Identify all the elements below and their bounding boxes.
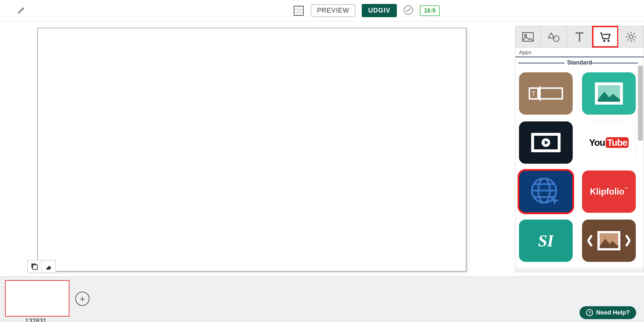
klipfolio-logo: Klipfolio™ xyxy=(590,187,628,197)
panel-section-standard: Standard xyxy=(515,57,644,68)
shapes-icon xyxy=(548,32,560,42)
eraser-icon xyxy=(44,263,53,270)
picture-icon xyxy=(594,82,624,105)
svg-point-6 xyxy=(553,36,559,42)
slide-id-label: 132831 xyxy=(25,317,47,322)
erase-button[interactable] xyxy=(42,260,56,273)
globe-cursor-icon xyxy=(530,176,562,207)
top-center-controls: PREVIEW UDGIV 16:9 xyxy=(293,4,440,17)
add-slide-button[interactable] xyxy=(75,292,90,306)
canvas-mini-toolbar xyxy=(27,260,56,273)
svg-point-8 xyxy=(607,40,610,42)
svg-point-1 xyxy=(404,6,413,14)
carousel-icon xyxy=(587,228,630,253)
publish-button[interactable]: UDGIV xyxy=(362,4,397,17)
slide-thumbnail-1[interactable] xyxy=(5,280,69,317)
help-icon: ? xyxy=(586,309,593,316)
panel-tabs xyxy=(515,26,644,48)
video-icon xyxy=(530,132,561,153)
youtube-logo: YouTube xyxy=(589,137,629,148)
textbox-icon: T xyxy=(528,85,564,102)
app-si[interactable]: SI xyxy=(519,220,573,262)
help-label: Need Help? xyxy=(596,309,630,316)
slide-canvas[interactable] xyxy=(37,28,466,271)
svg-text:?: ? xyxy=(588,310,591,316)
tab-images[interactable] xyxy=(515,26,541,47)
panel-scrollbar[interactable] xyxy=(638,66,643,141)
need-help-button[interactable]: ? Need Help? xyxy=(580,306,636,319)
top-toolbar: PREVIEW UDGIV 16:9 xyxy=(0,0,644,21)
status-check-icon xyxy=(403,5,413,16)
app-youtube[interactable]: YouTube xyxy=(582,121,636,164)
grid-toggle-button[interactable] xyxy=(293,5,304,16)
text-icon xyxy=(575,32,584,42)
image-icon xyxy=(522,32,534,42)
app-carousel[interactable] xyxy=(582,220,636,262)
svg-rect-3 xyxy=(33,265,38,269)
app-video[interactable] xyxy=(519,121,573,164)
panel-subheading: Apps xyxy=(515,48,644,57)
preview-button[interactable]: PREVIEW xyxy=(311,4,355,17)
apps-grid: T YouTube xyxy=(515,68,644,268)
tab-settings[interactable] xyxy=(618,26,644,47)
svg-rect-0 xyxy=(294,6,303,15)
app-image[interactable] xyxy=(582,72,636,115)
grid-icon xyxy=(293,5,304,16)
app-klipfolio[interactable]: Klipfolio™ xyxy=(582,170,636,213)
right-panel: Apps Standard T xyxy=(515,26,644,272)
aspect-ratio-badge[interactable]: 16:9 xyxy=(420,5,440,16)
app-textbox[interactable]: T xyxy=(519,72,573,115)
si-logo: SI xyxy=(538,231,553,250)
svg-text:T: T xyxy=(532,90,535,97)
cart-icon xyxy=(599,32,611,42)
edit-title-button[interactable] xyxy=(17,6,26,16)
svg-point-5 xyxy=(524,34,527,37)
tab-shapes[interactable] xyxy=(541,26,567,47)
svg-rect-10 xyxy=(539,88,562,99)
svg-point-7 xyxy=(603,40,605,42)
layers-icon xyxy=(30,263,38,270)
layers-button[interactable] xyxy=(28,260,42,273)
gear-icon xyxy=(625,31,637,43)
app-web[interactable] xyxy=(519,170,573,213)
pencil-icon xyxy=(17,6,26,14)
tab-apps[interactable] xyxy=(592,26,618,47)
slide-filmstrip: 132831 xyxy=(0,276,644,322)
svg-point-9 xyxy=(629,35,633,39)
tab-text[interactable] xyxy=(567,26,593,47)
